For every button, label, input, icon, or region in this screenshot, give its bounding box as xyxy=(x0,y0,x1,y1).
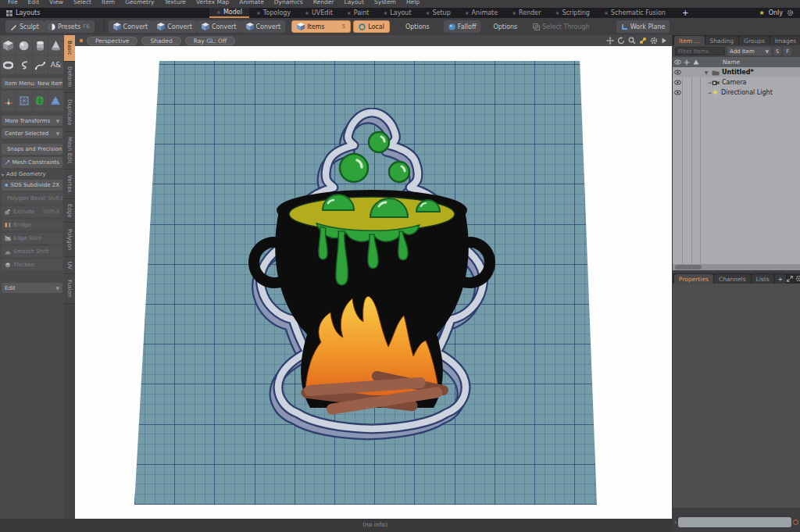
viewport-canvas[interactable] xyxy=(75,46,672,519)
item-row-scene[interactable]: ▼ Untitled* xyxy=(673,67,800,77)
edit-dropdown[interactable]: Edit▼ xyxy=(2,283,62,293)
add-layout-tab-button[interactable]: + xyxy=(673,8,698,18)
gear-icon[interactable] xyxy=(650,37,658,45)
convert-button-1[interactable]: Convert xyxy=(109,20,153,33)
primitive-cylinder-tool[interactable] xyxy=(33,36,48,55)
move-icon[interactable] xyxy=(684,59,690,66)
menu-render[interactable]: Render xyxy=(313,0,334,5)
tab-paint[interactable]: ∗Paint xyxy=(340,8,377,18)
primitive-cube-tool[interactable] xyxy=(1,36,16,55)
convert-button-2[interactable]: Convert xyxy=(152,20,197,33)
side-tab-deform[interactable]: Deform xyxy=(64,62,75,93)
add-geometry-section-header[interactable]: ▾ Add Geometry xyxy=(2,171,62,177)
tab-schematic-fusion[interactable]: ∗Schematic Fusion xyxy=(597,8,673,18)
text-tool[interactable]: A& xyxy=(48,55,63,74)
layouts-menu[interactable]: Layouts xyxy=(0,8,209,18)
items-mode-button[interactable]: Items5 xyxy=(291,20,351,33)
side-tab-duplicate[interactable]: Duplicate xyxy=(64,93,75,132)
item-row-directional-light[interactable]: → Directional Light xyxy=(673,87,800,98)
primitive-sphere-tool[interactable] xyxy=(16,36,31,55)
pivot-tool[interactable] xyxy=(1,91,16,111)
scopes-button[interactable]: S xyxy=(773,47,781,55)
expand-icon[interactable] xyxy=(787,276,793,282)
add-item-dropdown[interactable]: Add Item▼ xyxy=(727,47,771,55)
tab-layout[interactable]: ∗Layout xyxy=(376,8,418,18)
tab-properties[interactable]: Properties xyxy=(674,274,713,284)
options-button-action-center[interactable]: Options xyxy=(401,20,434,33)
scrollbar-thumb[interactable] xyxy=(675,265,702,270)
play-icon[interactable] xyxy=(661,37,667,44)
filter-items-input[interactable] xyxy=(675,47,725,55)
item-menu-dropdown[interactable]: Item Menu: New Item▼ xyxy=(2,78,62,88)
link-icon[interactable] xyxy=(639,37,647,45)
tab-animate[interactable]: ∗Animate xyxy=(458,8,505,18)
tool-smooth-shift[interactable]: Smooth Shift xyxy=(2,246,62,257)
filters-button[interactable]: F xyxy=(784,47,791,55)
select-through-button[interactable]: Select Through xyxy=(528,20,594,33)
sculpt-button[interactable]: Sculpt xyxy=(5,20,44,33)
eye-icon[interactable] xyxy=(674,90,681,95)
tool-thicken[interactable]: Thicken xyxy=(2,259,62,270)
command-prompt-arrow[interactable]: › xyxy=(674,519,677,526)
tab-setup[interactable]: ∗Setup xyxy=(419,8,458,18)
mesh-constraints-button[interactable]: Mesh Constraints xyxy=(2,157,62,168)
center-selected-dropdown[interactable]: Center Selected▼ xyxy=(2,128,62,138)
ray-gl-dropdown[interactable]: Ray GL: Off xyxy=(185,37,235,45)
work-plane-button[interactable]: Work Plane xyxy=(616,20,670,33)
viewport-handle[interactable] xyxy=(80,39,83,42)
zoom-icon[interactable] xyxy=(628,37,636,45)
only-label[interactable]: Only xyxy=(769,9,783,16)
side-tab-mesh-edit[interactable]: Mesh Edit xyxy=(64,132,75,170)
tab-item-list[interactable]: Item ... xyxy=(674,36,705,45)
menu-system[interactable]: System xyxy=(374,0,396,5)
item-list-scrollbar[interactable] xyxy=(673,264,800,270)
side-tab-edge[interactable]: Edge xyxy=(64,199,75,223)
eye-icon[interactable] xyxy=(674,70,681,75)
gear-icon[interactable] xyxy=(795,275,800,282)
local-action-center-button[interactable]: Local xyxy=(353,20,390,33)
side-tab-vertex[interactable]: Vertex xyxy=(64,170,75,199)
tab-uvedit[interactable]: ∗UVEdit xyxy=(298,8,340,18)
menu-item[interactable]: Item xyxy=(102,0,115,5)
menu-dynamics[interactable]: Dynamics xyxy=(274,0,303,5)
eye-icon[interactable] xyxy=(674,59,681,65)
eye-icon[interactable] xyxy=(674,80,681,85)
cauldron-cutter-model[interactable] xyxy=(229,108,515,441)
projection-dropdown[interactable]: Perspective xyxy=(87,37,138,45)
tool-bridge[interactable]: Bridge xyxy=(2,220,62,230)
shading-dropdown[interactable]: Shaded xyxy=(141,37,180,45)
menu-file[interactable]: File xyxy=(8,0,18,5)
menu-vertex-map[interactable]: Vertex Map xyxy=(196,0,229,5)
tab-lists[interactable]: Lists xyxy=(752,274,774,284)
gear-icon[interactable] xyxy=(787,9,794,16)
side-tab-basic[interactable]: Basic xyxy=(64,35,75,62)
tab-scripting[interactable]: ∗Scripting xyxy=(548,8,597,18)
notification-dot-icon[interactable] xyxy=(793,520,798,525)
falloff-button[interactable]: Falloff xyxy=(444,20,481,33)
subdiv-cone-tool[interactable] xyxy=(48,91,63,111)
options-button-falloff[interactable]: Options xyxy=(488,20,522,33)
tab-shading[interactable]: Shading xyxy=(705,36,738,45)
menu-select[interactable]: Select xyxy=(73,0,91,5)
tab-model[interactable]: ∗Model xyxy=(209,8,249,18)
item-row-camera[interactable]: → Camera xyxy=(673,77,800,87)
tab-channels[interactable]: Channels xyxy=(714,274,751,284)
side-tab-uv[interactable]: UV xyxy=(64,257,75,274)
triangle-icon[interactable] xyxy=(693,59,699,65)
menu-geometry[interactable]: Geometry xyxy=(125,0,154,5)
snaps-and-precision-button[interactable]: Snaps and Precision xyxy=(2,144,62,155)
convert-button-4[interactable]: Convert xyxy=(241,20,286,33)
tool-extrude[interactable]: ExtrudeShift-X xyxy=(2,206,62,217)
side-tab-polygon[interactable]: Polygon xyxy=(64,223,75,257)
more-transforms-dropdown[interactable]: More Transforms▼ xyxy=(2,116,62,126)
wireframe-cube-tool[interactable] xyxy=(16,91,31,111)
primitive-torus-tool[interactable] xyxy=(1,55,16,74)
menu-edit[interactable]: Edit xyxy=(28,0,40,5)
tab-groups[interactable]: Groups xyxy=(739,36,770,45)
tool-edge-slice[interactable]: Edge Slice xyxy=(2,233,62,244)
presets-button[interactable]: PresetsF6 xyxy=(44,20,95,33)
side-tab-fusion[interactable]: Fusion xyxy=(64,274,75,304)
mesh-blob-tool[interactable] xyxy=(33,91,48,111)
tool-sds-subdivide[interactable]: SDS Subdivide 2X xyxy=(2,180,62,191)
menu-animate[interactable]: Animate xyxy=(239,0,263,5)
